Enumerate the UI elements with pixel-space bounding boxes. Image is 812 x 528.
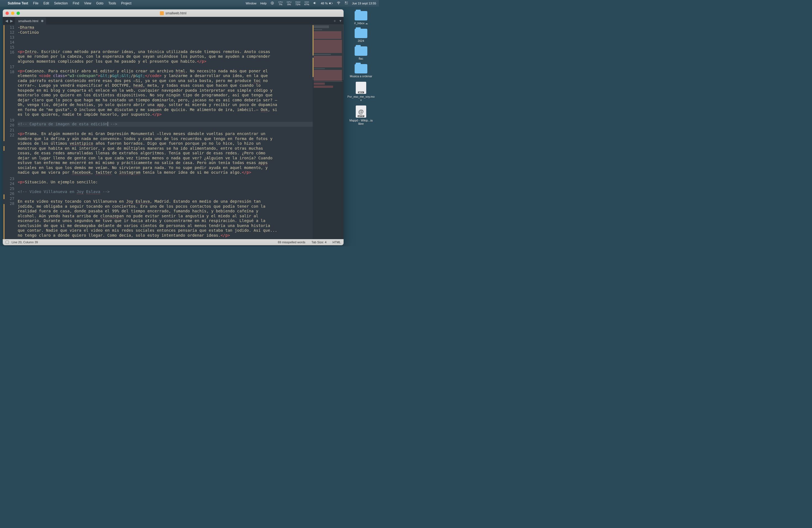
code-editor[interactable]: -Dharma-Continúo <p>Intro. Escribir como…	[17, 25, 313, 239]
code-line[interactable]	[18, 40, 313, 45]
window-titlebar[interactable]: smallweb.html	[3, 10, 344, 17]
line-number: 11	[3, 25, 14, 30]
code-line[interactable]	[18, 175, 313, 180]
menu-goto[interactable]: Goto	[96, 1, 103, 5]
menubar-right: Window Help CPU 7% GPU 0% RAM 72% SSD 47…	[246, 1, 376, 6]
sound-icon[interactable]	[313, 1, 317, 5]
window-title: smallweb.html	[160, 11, 186, 15]
code-line[interactable]: -Dharma	[18, 25, 313, 30]
line-number: 19	[3, 118, 14, 123]
code-line[interactable]	[18, 44, 313, 49]
status-bar: Line 20, Column 39 69 misspelled words T…	[3, 239, 344, 245]
nav-forward-icon[interactable]: ▶	[10, 19, 14, 23]
code-line[interactable]: <p>Intro. Escribir como método para orde…	[18, 49, 313, 64]
record-icon[interactable]	[271, 1, 274, 5]
gpu-indicator[interactable]: GPU 0%	[287, 1, 291, 6]
code-line[interactable]	[18, 127, 313, 132]
menu-selection[interactable]: Selection	[54, 1, 68, 5]
minimize-button[interactable]	[11, 12, 14, 15]
menu-view[interactable]: View	[84, 1, 91, 5]
svg-rect-5	[345, 2, 346, 2]
webloc-file-icon	[356, 105, 366, 118]
menu-help[interactable]: Help	[260, 2, 267, 5]
close-button[interactable]	[5, 12, 9, 15]
desktop-folder-inbox[interactable]: #_Inbox☁︎	[354, 11, 367, 25]
menu-file[interactable]: File	[33, 1, 39, 5]
svg-rect-7	[345, 3, 348, 4]
tab-history-nav: ◀ ▶	[4, 17, 15, 25]
menu-edit[interactable]: Edit	[43, 1, 49, 5]
desktop-icons: #_Inbox☁︎ 2024 flac Musica a ordenar Por…	[346, 11, 376, 126]
code-line[interactable]: En este video estoy tocando con Villanue…	[18, 199, 313, 238]
folder-icon	[354, 46, 367, 56]
code-line[interactable]	[18, 194, 313, 200]
nav-back-icon[interactable]: ◀	[4, 19, 9, 23]
minimap[interactable]	[313, 25, 344, 239]
folder-icon	[354, 11, 367, 20]
code-line[interactable]	[18, 35, 313, 40]
cursor-position[interactable]: Line 20, Column 39	[12, 240, 38, 244]
ssd-indicator[interactable]: SSD 47%	[304, 1, 309, 6]
control-center-icon[interactable]	[344, 1, 348, 5]
code-line[interactable]	[18, 185, 313, 190]
line-number: 14	[3, 40, 14, 45]
folder-icon	[354, 64, 367, 73]
wifi-icon[interactable]	[337, 1, 340, 5]
desktop-folder-2024[interactable]: 2024	[354, 29, 367, 43]
tab-smallweb[interactable]: smallweb.html	[15, 17, 46, 25]
cpu-indicator[interactable]: CPU 7%	[278, 1, 283, 6]
tab-dropdown-icon[interactable]: ▾	[339, 18, 342, 24]
desktop-folder-musica[interactable]: Musica a ordenar	[350, 64, 372, 78]
code-line[interactable]: -Continúo	[18, 30, 313, 35]
new-tab-button[interactable]: ＋	[333, 18, 337, 24]
ram-indicator[interactable]: RAM 72%	[295, 1, 300, 6]
menu-find[interactable]: Find	[73, 1, 79, 5]
menubar-left: Sublime Text File Edit Selection Find Vi…	[3, 1, 131, 5]
line-number: 13	[3, 35, 14, 40]
macos-menubar: Sublime Text File Edit Selection Find Vi…	[0, 0, 379, 6]
line-number: 28	[3, 201, 14, 239]
desktop-file-webloc[interactable]: Mappō - Wikip...ia libre	[347, 105, 375, 126]
menu-project[interactable]: Project	[121, 1, 131, 5]
code-line[interactable]: <!-- Captura de imagen de esta edición -…	[18, 122, 313, 127]
spellcheck-status[interactable]: 69 misspelled words	[278, 240, 305, 244]
html-file-icon	[160, 11, 164, 15]
svg-point-1	[272, 2, 273, 4]
line-number: 26	[3, 191, 14, 196]
tab-bar: ◀ ▶ smallweb.html ＋ ▾	[3, 17, 344, 25]
desktop-file-mov[interactable]: Por_eso_me_voy.mov	[347, 82, 375, 102]
svg-rect-6	[346, 2, 348, 2]
menu-window[interactable]: Window	[246, 2, 256, 5]
minimap-viewport[interactable]	[313, 25, 344, 80]
code-line[interactable]: <p>Situación. Un ejemplo sencillo:	[18, 180, 313, 185]
menu-tools[interactable]: Tools	[108, 1, 116, 5]
code-line[interactable]: <p>Trama. En algún momento de mi Gran De…	[18, 131, 313, 175]
line-number: 12	[3, 30, 14, 35]
line-number: 23	[3, 176, 14, 181]
line-number: 20	[3, 123, 14, 128]
line-number: 17	[3, 64, 14, 70]
dirty-indicator-icon	[41, 20, 43, 22]
line-number: 15	[3, 45, 14, 50]
code-line[interactable]	[18, 117, 313, 122]
line-number: 25	[3, 186, 14, 191]
line-number: 16	[3, 50, 14, 64]
clock[interactable]: Jue 19 sept 13:55	[352, 2, 376, 5]
app-name[interactable]: Sublime Text	[8, 1, 28, 5]
code-line[interactable]	[18, 64, 313, 69]
battery-indicator[interactable]: 48 %	[321, 1, 333, 5]
tab-size[interactable]: Tab Size: 4	[311, 240, 327, 244]
code-line[interactable]: <!-- Video Villanueva en Joy Eslava -->	[18, 189, 313, 194]
syntax-mode[interactable]: HTML	[333, 240, 341, 244]
traffic-lights	[5, 12, 20, 15]
sublime-window: smallweb.html ◀ ▶ smallweb.html ＋ ▾ 1112…	[3, 10, 344, 245]
code-line[interactable]: <p>Comienzo. Para escribir abro mi edito…	[18, 69, 313, 117]
maximize-button[interactable]	[17, 12, 20, 15]
desktop-folder-flac[interactable]: flac	[354, 46, 367, 60]
line-number-gutter[interactable]: 111213141516171819202122232425262728	[3, 25, 17, 239]
cloud-icon: ☁︎	[365, 22, 368, 25]
editor-area: 111213141516171819202122232425262728 -Dh…	[3, 25, 344, 239]
mov-file-icon	[356, 82, 366, 94]
sidebar-toggle-icon[interactable]	[5, 240, 9, 244]
line-number: 18	[3, 70, 14, 118]
